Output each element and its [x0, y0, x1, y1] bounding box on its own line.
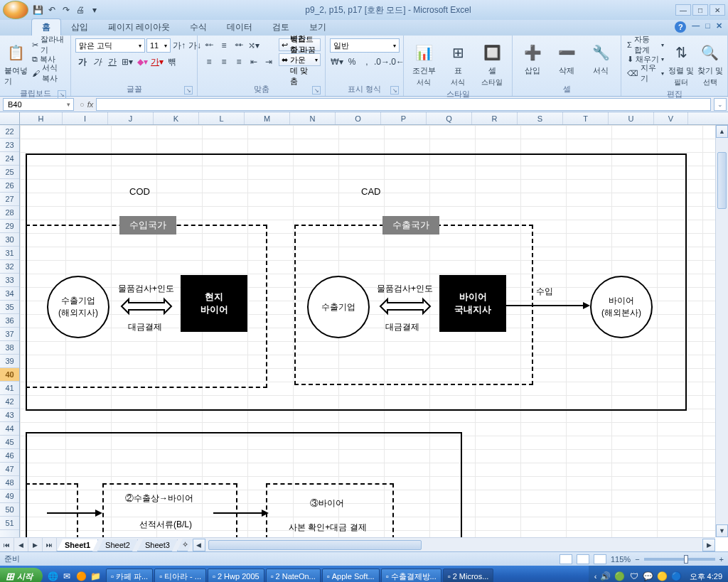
zoom-in-button[interactable]: +	[719, 555, 724, 564]
vertical-scrollbar[interactable]: ▲ ▼	[715, 125, 728, 537]
col-header-V[interactable]: V	[654, 112, 688, 124]
delete-cells-button[interactable]: ➖삭제	[551, 38, 582, 76]
row-header-25[interactable]: 25	[0, 166, 19, 179]
number-launcher[interactable]: ↘	[390, 86, 399, 95]
scroll-down-button[interactable]: ▼	[716, 524, 728, 537]
border-icon[interactable]: ⊞▾	[120, 55, 134, 69]
sheet-nav-last[interactable]: ⏭	[43, 538, 57, 551]
col-header-U[interactable]: U	[609, 112, 654, 124]
underline-icon[interactable]: 간	[105, 55, 119, 69]
col-header-K[interactable]: K	[154, 112, 199, 124]
align-center-icon[interactable]: ≡	[217, 55, 231, 69]
sheet-nav-first[interactable]: ⏮	[0, 538, 14, 551]
col-header-H[interactable]: H	[20, 112, 63, 124]
autosum-button[interactable]: Σ자동 합계▾	[626, 38, 665, 51]
tray-icon-1[interactable]: 🔊	[600, 571, 611, 582]
col-header-Q[interactable]: Q	[427, 112, 472, 124]
zoom-out-button[interactable]: −	[635, 555, 639, 564]
vscroll-thumb[interactable]	[717, 152, 727, 209]
row-header-27[interactable]: 27	[0, 193, 19, 206]
table-format-button[interactable]: ⊞표서식	[442, 38, 473, 87]
tray-icon-6[interactable]: 🔵	[671, 571, 682, 582]
row-header-31[interactable]: 31	[0, 247, 19, 260]
tray-icon-4[interactable]: 💬	[643, 571, 654, 582]
italic-icon[interactable]: 가	[90, 55, 105, 69]
row-header-41[interactable]: 41	[0, 382, 19, 395]
row-header-35[interactable]: 35	[0, 301, 19, 314]
row-header-47[interactable]: 47	[0, 463, 19, 476]
tab-layout[interactable]: 페이지 레이아웃	[98, 19, 180, 36]
taskbar-item-1[interactable]: ▫티아라 - ...	[154, 568, 206, 582]
decrease-indent-icon[interactable]: ⇤	[247, 55, 261, 69]
percent-icon[interactable]: %	[345, 55, 359, 69]
zoom-thumb[interactable]	[684, 555, 688, 564]
row-header-37[interactable]: 37	[0, 328, 19, 341]
sheet-tab-1[interactable]: Sheet1	[57, 539, 98, 551]
row-header-39[interactable]: 39	[0, 355, 19, 368]
align-right-icon[interactable]: ≡	[232, 55, 246, 69]
orientation-icon[interactable]: ⤭▾	[247, 38, 261, 53]
align-top-icon[interactable]: ⬴	[202, 38, 216, 53]
row-header-34[interactable]: 34	[0, 287, 19, 301]
phonetic-icon[interactable]: 뺶	[165, 55, 179, 69]
col-header-T[interactable]: T	[563, 112, 609, 124]
office-button[interactable]	[3, 1, 28, 19]
sheet-nav-next[interactable]: ▶	[28, 538, 43, 551]
col-header-O[interactable]: O	[336, 112, 381, 124]
align-bottom-icon[interactable]: ⬵	[232, 38, 246, 53]
help-icon[interactable]: ?	[675, 21, 686, 33]
col-header-S[interactable]: S	[518, 112, 563, 124]
formula-circle-icon[interactable]: ○	[80, 100, 85, 109]
number-format-select[interactable]: 일반▾	[330, 38, 400, 53]
tray-expand-icon[interactable]: ‹	[594, 572, 597, 581]
tab-formula[interactable]: 수식	[180, 19, 217, 36]
name-box[interactable]: B40	[3, 98, 74, 111]
sheet-tab-3[interactable]: Sheet3	[137, 539, 178, 551]
start-button[interactable]: ⊞ 시작	[0, 568, 43, 582]
ql-icon-2[interactable]: ✉	[61, 571, 73, 582]
align-middle-icon[interactable]: ≡	[217, 38, 231, 53]
taskbar-item-5[interactable]: ▫수출결제방...	[381, 568, 441, 582]
col-header-L[interactable]: L	[199, 112, 245, 124]
font-name-select[interactable]: 맑은 고딕▾	[75, 38, 145, 53]
currency-icon[interactable]: ₩▾	[330, 55, 344, 69]
ribbon-close-doc[interactable]: ✕	[716, 21, 722, 33]
row-header-24[interactable]: 24	[0, 152, 19, 166]
row-header-46[interactable]: 46	[0, 449, 19, 463]
row-header-44[interactable]: 44	[0, 422, 19, 436]
view-normal-button[interactable]	[560, 554, 572, 564]
taskbar-item-4[interactable]: ▫Apple Soft...	[322, 568, 380, 582]
font-color-icon[interactable]: 가▾	[150, 55, 164, 69]
row-header-48[interactable]: 48	[0, 476, 19, 490]
col-header-I[interactable]: I	[63, 112, 108, 124]
sheet-nav-prev[interactable]: ◀	[14, 538, 28, 551]
col-header-N[interactable]: N	[290, 112, 336, 124]
close-button[interactable]: ✕	[710, 4, 725, 16]
ribbon-minimize-doc[interactable]: —	[692, 21, 700, 33]
row-header-42[interactable]: 42	[0, 395, 19, 409]
fx-icon[interactable]: fx	[87, 100, 94, 109]
row-header-43[interactable]: 43	[0, 409, 19, 422]
zoom-slider[interactable]	[644, 558, 715, 561]
sheet-tab-2[interactable]: Sheet2	[97, 539, 138, 551]
insert-cells-button[interactable]: ➕삽입	[517, 38, 548, 76]
col-header-R[interactable]: R	[472, 112, 518, 124]
hscroll-thumb[interactable]	[208, 540, 422, 550]
row-header-50[interactable]: 50	[0, 503, 19, 517]
row-header-45[interactable]: 45	[0, 436, 19, 449]
tray-icon-5[interactable]: 🟡	[657, 571, 668, 582]
increase-indent-icon[interactable]: ⇥	[262, 55, 276, 69]
taskbar-item-3[interactable]: ▫2 NateOn...	[266, 568, 321, 582]
save-icon[interactable]: 💾	[31, 4, 44, 16]
tab-insert[interactable]: 삽입	[61, 19, 98, 36]
paste-button[interactable]: 📋 붙여넣기	[4, 38, 28, 87]
ribbon-restore-doc[interactable]: □	[705, 21, 710, 33]
col-header-M[interactable]: M	[245, 112, 290, 124]
taskbar-item-6[interactable]: ▫2 Micros...	[443, 568, 494, 582]
align-launcher[interactable]: ↘	[312, 86, 321, 95]
clock[interactable]: 오후 4:29	[685, 571, 722, 582]
sort-filter-button[interactable]: ⇅정렬 및필터	[668, 38, 694, 87]
align-left-icon[interactable]: ≡	[202, 55, 216, 69]
tray-icon-2[interactable]: 🟢	[614, 571, 626, 582]
row-header-32[interactable]: 32	[0, 260, 19, 274]
